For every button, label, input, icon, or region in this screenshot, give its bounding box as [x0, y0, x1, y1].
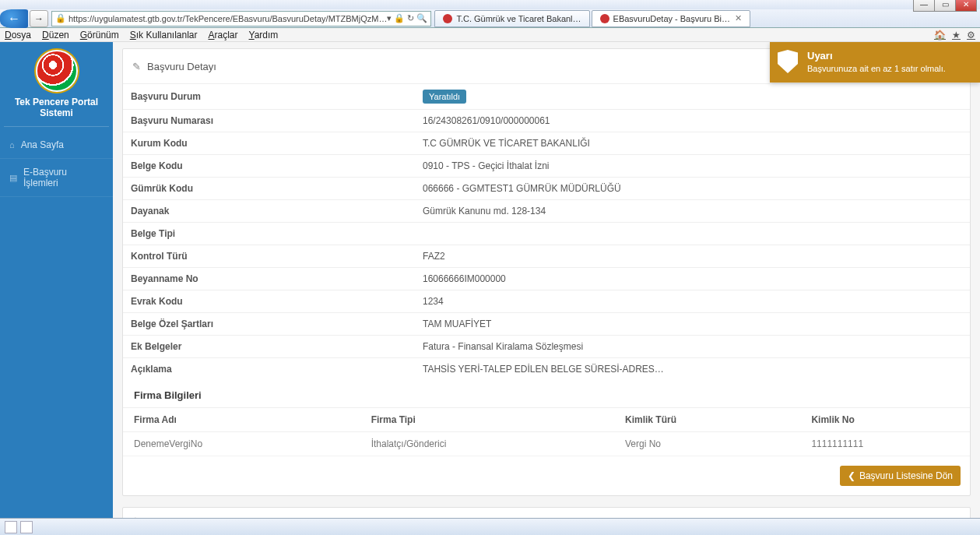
- row-key: Dayanak: [123, 200, 415, 223]
- panel-basvuru-detay: ✎ Başvuru Detayı Başvuru İşlemleri ▾ — ⤢…: [122, 48, 971, 496]
- sidebar-item-label: E-Başvuru İşlemleri: [23, 167, 104, 188]
- browser-navbar: ← → 🔒 https://uygulamatest.gtb.gov.tr/Te…: [0, 9, 980, 28]
- window-titlebar: — ▭ ✕: [0, 0, 980, 9]
- browser-menubar: Dosya Düzen Görünüm Sık Kullanılanlar Ar…: [0, 28, 980, 42]
- sidebar-item-home[interactable]: ⌂ Ana Sayfa: [0, 132, 113, 159]
- row-key: Belge Özel Şartları: [123, 313, 415, 336]
- row-key: Evrak Kodu: [123, 290, 415, 313]
- detail-table: Başvuru Durum Yaratıldı Başvuru Numarası…: [123, 83, 970, 380]
- table-row[interactable]: DenemeVergiNo İthalatçı/Gönderici Vergi …: [123, 432, 970, 456]
- panel-title: Satırlar: [147, 516, 180, 518]
- menu-favorites[interactable]: Sık Kullanılanlar: [130, 30, 198, 40]
- row-key: Beyanname No: [123, 268, 415, 290]
- browser-tab[interactable]: T.C. Gümrük ve Ticaret Bakanl…: [434, 10, 589, 27]
- row-value: Fatura - Finansal Kiralama Sözleşmesi: [415, 336, 970, 358]
- row-key: Belge Tipi: [123, 223, 415, 245]
- search-icon[interactable]: 🔍: [416, 13, 427, 23]
- lock-icon: 🔒: [55, 13, 66, 23]
- tab-label: T.C. Gümrük ve Ticaret Bakanl…: [456, 14, 581, 23]
- row-key: Belge Kodu: [123, 155, 415, 178]
- menu-help[interactable]: Yardım: [249, 30, 279, 40]
- row-key: Açıklama: [123, 358, 415, 381]
- taskbar-item[interactable]: [5, 521, 17, 533]
- cell-firm-type: İthalatçı/Gönderici: [360, 432, 614, 456]
- row-value: Gümrük Kanunu md. 128-134: [415, 200, 970, 223]
- main-content: Uyarı Başvurunuza ait en az 1 satır olma…: [113, 42, 980, 518]
- sidebar: Tek Pencere Portal Sistemi ⌂ Ana Sayfa ▤…: [0, 42, 113, 518]
- shield-icon: [778, 50, 798, 73]
- cell-firm-name: DenemeVergiNo: [123, 432, 360, 456]
- row-value: T.C GÜMRÜK VE TİCARET BAKANLIĞI: [415, 132, 970, 155]
- chevron-left-icon: ❮: [848, 470, 855, 481]
- portal-title: Tek Pencere Portal Sistemi: [4, 97, 109, 127]
- address-url: https://uygulamatest.gtb.gov.tr/TekPence…: [68, 14, 387, 23]
- toast-body: Başvurunuza ait en az 1 satır olmalı.: [807, 64, 946, 73]
- row-value: 16066666IM000000: [415, 268, 970, 290]
- row-value: 16/24308261/0910/000000061: [415, 110, 970, 132]
- menu-file[interactable]: Dosya: [5, 30, 31, 40]
- menu-view[interactable]: Görünüm: [80, 30, 119, 40]
- taskbar-item[interactable]: [20, 521, 33, 533]
- firm-heading: Firma Bilgileri: [123, 380, 970, 408]
- row-value: 066666 - GGMTEST1 GÜMRÜK MÜDÜRLÜĞÜ: [415, 178, 970, 200]
- row-value: [415, 223, 970, 245]
- favorites-icon[interactable]: ★: [952, 30, 961, 40]
- row-key: Kontrol Türü: [123, 245, 415, 268]
- row-value: TAHSİS YERİ-TALEP EDİLEN BELGE SÜRESİ-AD…: [415, 358, 970, 381]
- toast-warning: Uyarı Başvurunuza ait en az 1 satır olma…: [770, 42, 980, 83]
- cell-id-no: 1111111111: [800, 432, 970, 456]
- logo-icon: [36, 50, 78, 92]
- firm-table: Firma Adı Firma Tipi Kimlik Türü Kimlik …: [123, 408, 970, 456]
- favicon-icon: [443, 14, 452, 23]
- col-id-type: Kimlik Türü: [614, 408, 800, 432]
- row-key: Ek Belgeler: [123, 336, 415, 358]
- search-dropdown-icon[interactable]: ▾: [387, 13, 392, 23]
- browser-tab-active[interactable]: EBasvuruDetay - Başvuru Bi… ✕: [592, 10, 750, 27]
- toast-title: Uyarı: [807, 50, 971, 62]
- refresh-icon[interactable]: ↻: [407, 13, 414, 23]
- row-value: FAZ2: [415, 245, 970, 268]
- nav-forward-button[interactable]: →: [30, 10, 48, 27]
- window-maximize-button[interactable]: ▭: [934, 0, 956, 12]
- menu-tools[interactable]: Araçlar: [209, 30, 238, 40]
- row-key: Kurum Kodu: [123, 132, 415, 155]
- back-to-list-button[interactable]: ❮ Başvuru Listesine Dön: [840, 466, 961, 486]
- menu-edit[interactable]: Düzen: [42, 30, 69, 40]
- col-firm-name: Firma Adı: [123, 408, 360, 432]
- row-value: 1234: [415, 290, 970, 313]
- tab-label: EBasvuruDetay - Başvuru Bi…: [613, 14, 730, 23]
- nav-back-button[interactable]: ←: [0, 9, 28, 28]
- settings-icon[interactable]: ⚙: [967, 30, 975, 40]
- home-icon[interactable]: 🏠: [934, 30, 946, 40]
- col-firm-type: Firma Tipi: [360, 408, 614, 432]
- favicon-icon: [600, 14, 609, 23]
- home-icon: ⌂: [9, 140, 15, 150]
- cell-id-type: Vergi No: [614, 432, 800, 456]
- sidebar-item-label: Ana Sayfa: [21, 139, 64, 150]
- tab-close-icon[interactable]: ✕: [735, 13, 742, 23]
- panel-title: Başvuru Detayı: [147, 61, 216, 72]
- sidebar-item-ebasvuru[interactable]: ▤ E-Başvuru İşlemleri: [0, 159, 113, 197]
- chart-icon: ▤: [9, 173, 17, 183]
- button-label: Başvuru Listesine Dön: [859, 470, 953, 481]
- row-value: TAM MUAFİYET: [415, 313, 970, 336]
- windows-taskbar: [0, 518, 980, 535]
- col-id-no: Kimlik No: [800, 408, 970, 432]
- row-key: Başvuru Durum: [123, 84, 415, 110]
- ssl-lock-icon: 🔒: [394, 13, 405, 23]
- row-key: Başvuru Numarası: [123, 110, 415, 132]
- panel-satirlar: ✎ Satırlar 🔍 10 ▾: [122, 507, 971, 518]
- status-badge: Yaratıldı: [423, 90, 466, 104]
- edit-icon: ✎: [132, 61, 141, 72]
- window-close-button[interactable]: ✕: [955, 0, 977, 12]
- address-bar[interactable]: 🔒 https://uygulamatest.gtb.gov.tr/TekPen…: [51, 11, 431, 26]
- window-minimize-button[interactable]: —: [913, 0, 935, 12]
- row-value: 0910 - TPS - Geçici İthalat İzni: [415, 155, 970, 178]
- edit-icon: ✎: [132, 516, 141, 518]
- row-key: Gümrük Kodu: [123, 178, 415, 200]
